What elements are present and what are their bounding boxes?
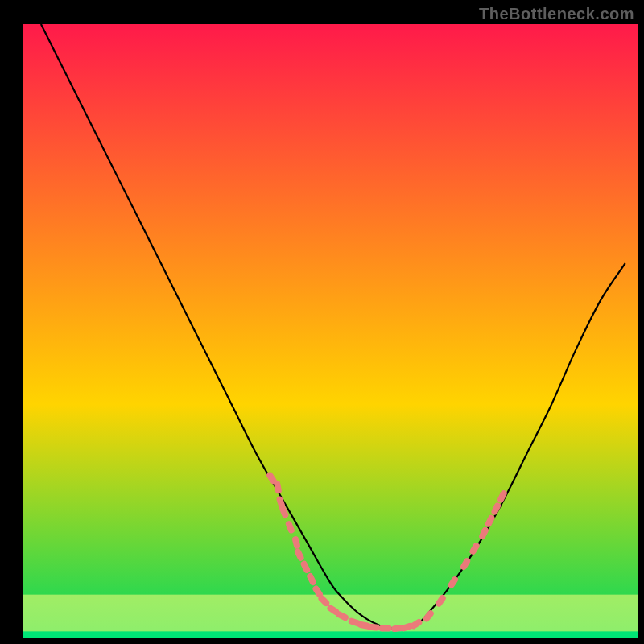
green-band (23, 631, 638, 638)
chart-container: TheBottleneck.com (0, 0, 644, 644)
dash-marker (379, 625, 392, 632)
frame-side (0, 638, 644, 644)
frame-side (638, 0, 644, 644)
attribution-text: TheBottleneck.com (479, 5, 634, 23)
frame-side (0, 0, 23, 644)
plot-area (23, 24, 638, 638)
bottleneck-curve-chart (0, 0, 644, 644)
soft-yellow-band (23, 595, 638, 638)
gradient-background (23, 24, 638, 638)
